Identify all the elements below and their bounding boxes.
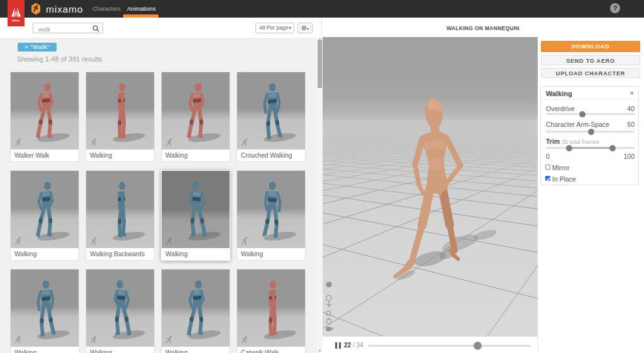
svg-text:Adobe: Adobe bbox=[12, 19, 20, 22]
